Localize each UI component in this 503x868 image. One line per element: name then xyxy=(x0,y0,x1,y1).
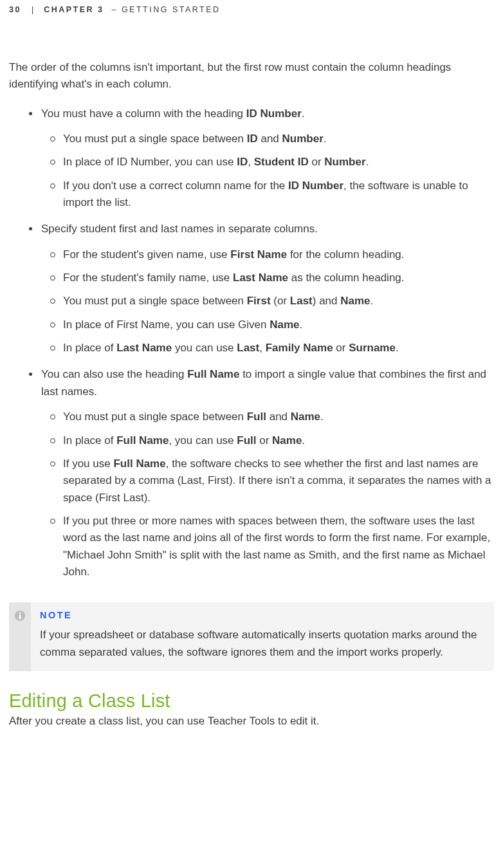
svg-point-1 xyxy=(19,612,21,614)
list-item: You must put a single space between ID a… xyxy=(62,127,494,151)
section-intro: After you create a class list, you can u… xyxy=(9,713,494,730)
sub-list: You must put a single space between ID a… xyxy=(41,127,494,214)
sub-list: You must put a single space between Full… xyxy=(41,405,494,584)
list-item: Specify student first and last names in … xyxy=(40,217,494,363)
list-item: In place of Full Name, you can use Full … xyxy=(62,429,494,452)
note-text: If your spreadsheet or database software… xyxy=(40,627,485,661)
note-icon-column xyxy=(9,602,31,671)
page-number: 30 xyxy=(9,5,21,14)
list-item: If you put three or more names with spac… xyxy=(62,510,494,584)
intro-paragraph: The order of the columns isn't important… xyxy=(9,59,494,93)
list-item: In place of Last Name you can use Last, … xyxy=(62,337,494,360)
page: 30 | CHAPTER 3 – GETTING STARTED The ord… xyxy=(0,0,503,868)
sub-list: For the student's given name, use First … xyxy=(41,243,494,360)
list-item: For the student's family name, use Last … xyxy=(62,266,494,290)
chapter-dash-sym: – xyxy=(111,5,117,14)
list-item: In place of ID Number, you can use ID, S… xyxy=(62,151,494,174)
list-item: You must have a column with the heading … xyxy=(40,102,494,218)
note-body: NOTE If your spreadsheet or database sof… xyxy=(31,602,494,671)
list-item: If you don't use a correct column name f… xyxy=(62,174,494,215)
list-item: You must put a single space between Full… xyxy=(62,405,494,429)
running-header: 30 | CHAPTER 3 – GETTING STARTED xyxy=(9,5,494,59)
chapter-title: GETTING STARTED xyxy=(122,5,221,14)
section-heading: Editing a Class List xyxy=(9,690,494,712)
main-bullet-list: You must have a column with the heading … xyxy=(9,102,494,587)
note-label: NOTE xyxy=(40,610,485,620)
list-item: If you use Full Name, the software check… xyxy=(62,452,494,510)
list-item: For the student's given name, use First … xyxy=(62,243,494,266)
note-callout: NOTE If your spreadsheet or database sof… xyxy=(9,602,494,671)
svg-rect-2 xyxy=(19,614,21,619)
list-item: You can also use the heading Full Name t… xyxy=(40,363,494,587)
chapter-label: CHAPTER 3 xyxy=(44,5,104,14)
list-item: In place of First Name, you can use Give… xyxy=(62,313,494,337)
header-separator: | xyxy=(25,5,40,14)
info-icon xyxy=(14,610,26,622)
list-item: You must put a single space between Firs… xyxy=(62,290,494,313)
